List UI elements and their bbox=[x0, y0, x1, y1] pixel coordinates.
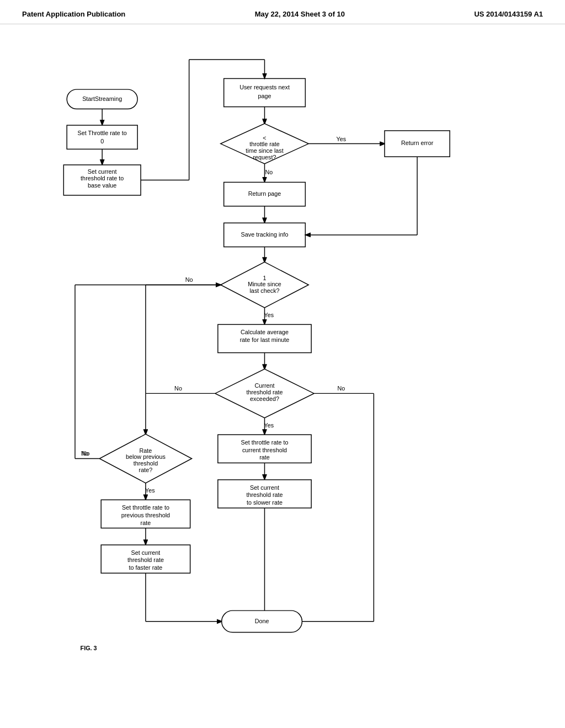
set-slower-3: to slower rate bbox=[247, 499, 282, 506]
exceeded-diamond-3: exceeded? bbox=[250, 395, 279, 402]
set-throttle-current-3: rate bbox=[259, 454, 270, 461]
done-label: Done bbox=[255, 618, 269, 624]
set-threshold-base-3: base value bbox=[88, 182, 116, 189]
no-label-2: No bbox=[185, 276, 193, 283]
return-error-label: Return error bbox=[401, 140, 434, 146]
set-throttle-current-1: Set throttle rate to bbox=[241, 439, 289, 446]
calc-average-2: rate for last minute bbox=[240, 336, 290, 343]
set-faster-1: Set current bbox=[131, 549, 160, 556]
rate-below-4: rate? bbox=[139, 467, 153, 473]
throttle-diamond-1: < bbox=[263, 135, 266, 141]
no-label-1: No bbox=[265, 169, 273, 175]
user-requests-1: User requests next bbox=[239, 84, 290, 90]
exceeded-diamond-2: threshold rate bbox=[246, 389, 282, 395]
user-requests-2: page bbox=[258, 93, 271, 99]
throttle-diamond-2: throttle rate bbox=[249, 141, 280, 147]
throttle-diamond-3: time since last bbox=[246, 147, 284, 154]
header-middle: May 22, 2014 Sheet 3 of 10 bbox=[255, 10, 345, 18]
no-rate-below-label: No bbox=[81, 450, 89, 457]
return-page-label: Return page bbox=[248, 190, 281, 197]
set-threshold-base-2: threshold rate to bbox=[81, 175, 124, 181]
start-streaming-label: StartStreaming bbox=[82, 95, 122, 102]
flowchart-diagram: StartStreaming Set Throttle rate to 0 Se… bbox=[0, 24, 565, 719]
header-right: US 2014/0143159 A1 bbox=[474, 10, 543, 18]
page-header: Patent Application Publication May 22, 2… bbox=[0, 0, 565, 24]
no-label-exceeded-right: No bbox=[337, 385, 345, 392]
set-faster-2: threshold rate bbox=[127, 556, 164, 563]
set-faster-3: to faster rate bbox=[129, 564, 163, 571]
yes-label-2: Yes bbox=[264, 312, 274, 318]
yes-label-3: Yes bbox=[264, 422, 274, 429]
fig-label: FIG. 3 bbox=[81, 645, 97, 651]
minute-diamond-2: Minute since bbox=[248, 281, 281, 287]
set-throttle-0-label-1: Set Throttle rate to bbox=[78, 130, 127, 136]
set-throttle-0-node bbox=[67, 125, 137, 149]
set-threshold-base-1: Set current bbox=[88, 168, 117, 175]
yes-label-rate: Yes bbox=[145, 487, 155, 494]
set-throttle-prev-2: previous threshold bbox=[121, 512, 170, 518]
minute-diamond-1: 1 bbox=[263, 275, 266, 281]
header-left: Patent Application Publication bbox=[22, 10, 125, 18]
minute-diamond-3: last check? bbox=[249, 287, 279, 294]
no-label-3: No bbox=[174, 385, 182, 392]
rate-below-2: below previous bbox=[126, 453, 166, 460]
rate-below-3: threshold bbox=[134, 460, 158, 467]
throttle-diamond-4: request? bbox=[253, 154, 276, 160]
set-slower-1: Set current bbox=[250, 484, 279, 491]
set-throttle-prev-3: rate bbox=[141, 520, 151, 526]
yes-label-1: Yes bbox=[336, 136, 346, 142]
set-throttle-0-label-2: 0 bbox=[100, 138, 104, 144]
set-throttle-current-2: current threshold bbox=[242, 447, 287, 453]
exceeded-diamond-1: Current bbox=[254, 382, 274, 389]
set-slower-2: threshold rate bbox=[246, 491, 282, 498]
set-throttle-prev-1: Set throttle rate to bbox=[122, 504, 169, 511]
save-tracking-label: Save tracking info bbox=[241, 231, 289, 238]
rate-below-1: Rate bbox=[140, 447, 152, 454]
calc-average-1: Calculate average bbox=[241, 329, 289, 335]
